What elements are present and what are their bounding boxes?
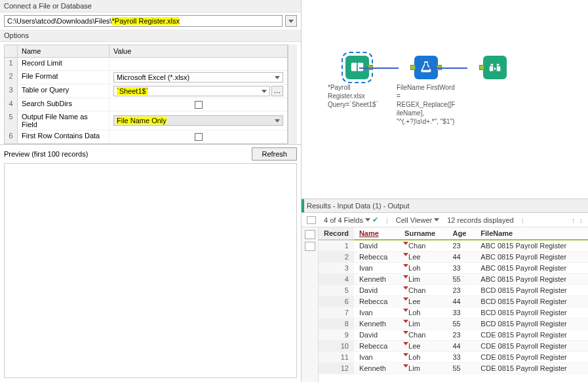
input-anchor[interactable]: [479, 65, 484, 70]
table-row[interactable]: 4KennethLim55ABC 0815 Payroll Register: [319, 274, 588, 285]
nav-down-icon[interactable]: ↓: [579, 216, 583, 224]
age-cell: 44: [448, 296, 476, 307]
toolbar-icon[interactable]: [307, 216, 316, 224]
column-header[interactable]: Name: [354, 227, 399, 240]
name-cell: Kenneth: [354, 318, 399, 330]
name-cell: David: [354, 240, 399, 252]
record-cell: 9: [319, 330, 354, 341]
option-value[interactable]: [109, 130, 287, 143]
tool-label: FileName FirstWord = REGEX_Replace([File…: [397, 83, 456, 126]
filename-cell: BCD 0815 Payroll Register: [475, 307, 588, 318]
name-cell: Ivan: [354, 263, 399, 274]
checkbox[interactable]: [195, 101, 203, 109]
header-name: Name: [18, 45, 109, 57]
row-number: 4: [5, 98, 18, 111]
option-value[interactable]: `Sheet1$`…: [109, 85, 287, 98]
option-value[interactable]: Microsoft Excel (*.xlsx): [109, 71, 287, 84]
row-number: 1: [5, 58, 18, 70]
cell-viewer-selector[interactable]: Cell Viewer: [396, 216, 439, 224]
name-cell: Rebecca: [354, 341, 399, 352]
table-row[interactable]: 9DavidChan23CDE 0815 Payroll Register: [319, 330, 588, 341]
fields-selector[interactable]: 4 of 4 Fields ✔: [324, 216, 378, 224]
chevron-down-icon: [288, 20, 294, 23]
warning-triangle-icon: [403, 297, 408, 301]
table-row[interactable]: 12KennethLim55CDE 0815 Payroll Register: [319, 363, 588, 374]
table-row[interactable]: 10RebeccaLee44CDE 0815 Payroll Register: [319, 341, 588, 352]
option-value[interactable]: [109, 58, 287, 70]
name-cell: Ivan: [354, 352, 399, 363]
record-cell: 7: [319, 307, 354, 318]
age-cell: 33: [448, 352, 476, 363]
table-row[interactable]: 3IvanLoh33ABC 0815 Payroll Register: [319, 263, 588, 274]
ellipsis-button[interactable]: …: [271, 86, 283, 96]
record-cell: 1: [319, 240, 354, 252]
connector-2[interactable]: [428, 67, 467, 69]
warning-triangle-icon: [403, 309, 408, 312]
connector-1[interactable]: [359, 67, 399, 69]
record-cell: 2: [319, 252, 354, 263]
results-toolbar: 4 of 4 Fields ✔ | Cell Viewer 12 records…: [302, 213, 588, 227]
column-header[interactable]: FileName: [475, 227, 588, 240]
surname-cell: Chan: [399, 240, 447, 252]
tool-label: *Payroll Register.xlsx Query=`Sheet1$`: [328, 83, 387, 109]
option-row: 6First Row Contains Data: [5, 130, 287, 143]
record-cell: 4: [319, 274, 354, 285]
table-row[interactable]: 7IvanLoh33BCD 0815 Payroll Register: [319, 307, 588, 318]
column-header[interactable]: Record: [319, 227, 354, 240]
connect-title: Connect a File or Database: [0, 0, 301, 12]
row-number: 5: [5, 111, 18, 130]
view-mode-list-icon[interactable]: [305, 230, 315, 239]
table-row[interactable]: 8KennethLim55BCD 0815 Payroll Register: [319, 318, 588, 330]
table-row[interactable]: 1DavidChan23ABC 0815 Payroll Register: [319, 240, 588, 252]
row-number: 6: [5, 130, 18, 143]
input-anchor[interactable]: [410, 65, 416, 70]
option-row: 2File FormatMicrosoft Excel (*.xlsx): [5, 71, 287, 85]
path-dropdown-button[interactable]: [285, 15, 297, 27]
column-header[interactable]: Age: [448, 227, 476, 240]
formula-tool[interactable]: FileName FirstWord = REGEX_Replace([File…: [397, 56, 456, 126]
path-prefix: C:\Users\atcod\Downloads\Files\: [7, 17, 112, 25]
warning-triangle-icon: [403, 264, 408, 267]
chevron-down-icon: [365, 218, 370, 221]
file-path-input[interactable]: C:\Users\atcod\Downloads\Files\*Payroll …: [4, 15, 283, 27]
browse-tool[interactable]: [465, 56, 524, 79]
view-mode-grid-icon[interactable]: [305, 242, 315, 251]
warning-triangle-icon: [403, 331, 408, 334]
option-row: 3Table or Query`Sheet1$`…: [5, 85, 287, 98]
chevron-down-icon: [275, 76, 280, 79]
table-row[interactable]: 5DavidChan23BCD 0815 Payroll Register: [319, 285, 588, 296]
age-cell: 55: [448, 318, 476, 330]
age-cell: 55: [448, 274, 476, 285]
row-number: 2: [5, 71, 18, 84]
input-data-tool[interactable]: *Payroll Register.xlsx Query=`Sheet1$`: [328, 56, 387, 109]
option-value[interactable]: [109, 98, 287, 111]
record-cell: 3: [319, 263, 354, 274]
column-header[interactable]: Surname: [399, 227, 447, 240]
option-name: Table or Query: [18, 85, 109, 98]
refresh-button[interactable]: Refresh: [252, 147, 297, 161]
workflow-canvas[interactable]: *Payroll Register.xlsx Query=`Sheet1$` F…: [302, 0, 588, 199]
warning-triangle-icon: [403, 286, 408, 290]
filename-cell: BCD 0815 Payroll Register: [475, 318, 588, 330]
age-cell: 33: [448, 307, 476, 318]
checkbox[interactable]: [195, 133, 203, 141]
table-row[interactable]: 2RebeccaLee44ABC 0815 Payroll Register: [319, 252, 588, 263]
option-name: Record Limit: [18, 58, 109, 70]
table-row[interactable]: 11IvanLoh33CDE 0815 Payroll Register: [319, 352, 588, 363]
filename-cell: ABC 0815 Payroll Register: [475, 263, 588, 274]
surname-cell: Lee: [399, 252, 447, 263]
option-name: Output File Name as Field: [18, 111, 109, 130]
surname-cell: Loh: [399, 307, 447, 318]
binoculars-icon: [488, 60, 502, 75]
nav-up-icon[interactable]: ↑: [572, 216, 576, 224]
chevron-down-icon: [434, 218, 439, 221]
name-cell: David: [354, 330, 399, 341]
option-value[interactable]: File Name Only: [109, 111, 287, 130]
name-cell: Kenneth: [354, 274, 399, 285]
chevron-down-icon: [262, 90, 267, 93]
name-cell: Rebecca: [354, 296, 399, 307]
table-row[interactable]: 6RebeccaLee44BCD 0815 Payroll Register: [319, 296, 588, 307]
filename-cell: CDE 0815 Payroll Register: [475, 330, 588, 341]
options-scrollbar[interactable]: [288, 45, 297, 144]
surname-cell: Lee: [399, 296, 447, 307]
